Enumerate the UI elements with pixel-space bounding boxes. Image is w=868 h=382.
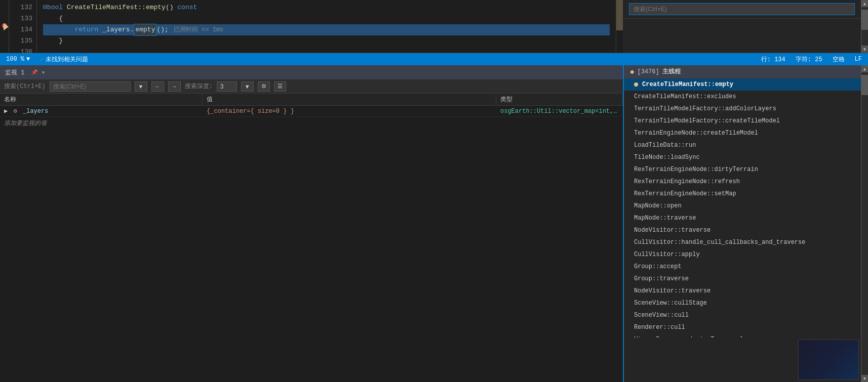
call-stack-frame-20[interactable]: Renderer::cull [624, 321, 861, 333]
scroll-thumb[interactable] [861, 10, 868, 30]
call-stack-frame-10[interactable]: MapNode::open [624, 200, 861, 212]
call-stack-frame-4[interactable]: TerrainEngineNode::createTileModel [624, 127, 861, 139]
code-line-133: { [43, 13, 610, 24]
bottom-scroll-track[interactable] [861, 72, 868, 375]
status-text: 未找到相关问题 [46, 55, 88, 64]
call-stack-frame-5[interactable]: LoadTileData::run [624, 139, 861, 151]
breakpoint-bar [0, 0, 9, 53]
zoom-dropdown-icon[interactable]: ▼ [26, 56, 30, 63]
frame-label-20: Renderer::cull [634, 324, 685, 331]
call-stack-frame-7[interactable]: RexTerrainEngineNode::dirtyTerrain [624, 163, 861, 176]
scroll-down-button[interactable]: ▼ [861, 46, 869, 53]
call-stack-panel [623, 0, 861, 53]
call-stack-list: CreateTileManifest::empty CreateTileMani… [624, 78, 861, 337]
call-stack-frame-3[interactable]: TerrainTileModelFactory::createTileModel [624, 115, 861, 127]
frame-label-14: CullVisitor::apply [634, 251, 700, 258]
watch-cell-type-0: osgEarth::Util::vector_map<int,i... [496, 107, 623, 116]
call-stack-frame-13[interactable]: CullVisitor::handle_cull_callbacks_and_t… [624, 236, 861, 248]
watch-icon-0: ⚙ [13, 108, 17, 115]
expand-icon-0[interactable]: ▶ [4, 108, 8, 115]
line-num-133: 133 [13, 13, 32, 24]
code-editor: ⊟bool CreateTileManifest::empty() const … [37, 0, 616, 53]
call-stack-frame-18[interactable]: SceneView::cullStage [624, 297, 861, 309]
bottom-section: 监视 1 📌 ✕ 搜索(Ctrl+E) ▼ ← → 搜索深度: ▼ ⚙ ☰ 名称 [0, 65, 868, 382]
status-bar: 100 % ▼ ✓ 未找到相关问题 行: 134 字符: 25 空格 LF [0, 53, 868, 65]
char-label: 字符: 25 [796, 55, 822, 64]
frame-label-19: SceneView::cull [634, 312, 689, 319]
watch-close-icon[interactable]: ✕ [42, 69, 45, 75]
watch-tab-header: 监视 1 📌 ✕ [0, 65, 623, 79]
frame-label-3: TerrainTileModelFactory::createTileModel [634, 117, 780, 124]
bottom-scroll-thumb[interactable] [861, 75, 868, 95]
bottom-scroll-up[interactable]: ▲ [861, 65, 869, 72]
call-stack-frame-2[interactable]: TerrainTileModelFactory::addColorLayers [624, 103, 861, 115]
space-label: 空格 [833, 55, 845, 64]
problem-status: ✓ 未找到相关问题 [40, 55, 88, 64]
watch-toolbar: 搜索(Ctrl+E) ▼ ← → 搜索深度: ▼ ⚙ ☰ [0, 79, 623, 94]
call-stack-frame-0[interactable]: CreateTileManifest::empty [624, 78, 861, 91]
frame-label-9: RexTerrainEngineNode::setMap [634, 190, 736, 197]
watch-search-input[interactable] [50, 81, 131, 92]
search-label: 搜索(Ctrl+E) [4, 82, 46, 91]
call-stack-frame-19[interactable]: SceneView::cull [624, 309, 861, 321]
thumb-content [799, 340, 858, 379]
call-stack-frame-1[interactable]: CreateTileManifest::excludes [624, 91, 861, 103]
call-stack-frame-14[interactable]: CullVisitor::apply [624, 248, 861, 261]
line-label: 行: 134 [761, 55, 785, 64]
call-stack-bottom-panel: ◆ [3476] 主线程 CreateTileManifest::empty C… [623, 65, 861, 382]
depth-label: 搜索深度: [185, 82, 213, 91]
space-info: 空格 [833, 55, 845, 64]
call-stack-frame-11[interactable]: MapNode::traverse [624, 212, 861, 224]
code-thumbnail [798, 339, 859, 380]
code-line-134: return _layers.empty(); 已用时间 <= 1ms [43, 24, 610, 35]
watch-columns-button[interactable]: ☰ [274, 81, 286, 92]
call-stack-search-input[interactable] [629, 3, 855, 15]
line-num-132: 132 [13, 2, 32, 13]
call-stack-frame-9[interactable]: RexTerrainEngineNode::setMap [624, 188, 861, 200]
call-stack-frame-12[interactable]: NodeVisitor::traverse [624, 224, 861, 236]
nav-back-button[interactable]: ← [151, 81, 164, 92]
frame-label-12: NodeVisitor::traverse [634, 227, 711, 234]
frame-label-6: TileNode::loadSync [634, 154, 700, 161]
watch-row-0[interactable]: ▶ ⚙ _layers {_container={ size=0 } } osg… [0, 106, 623, 117]
app-wrapper: 132 133 134 135 136 ⊟bool CreateTileMani… [0, 0, 868, 382]
call-stack-frame-17[interactable]: NodeVisitor::traverse [624, 285, 861, 297]
frame-label-11: MapNode::traverse [634, 215, 696, 222]
thread-id: [3476] [637, 68, 659, 75]
watch-tab-label[interactable]: 监视 1 [5, 68, 24, 77]
frame-label-15: Group::accept [634, 263, 682, 270]
frame-label-13: CullVisitor::handle_cull_callbacks_and_t… [634, 239, 805, 246]
bottom-vscrollbar[interactable]: ▲ ▼ [861, 65, 868, 382]
call-stack-frame-8[interactable]: RexTerrainEngineNode::refresh [624, 176, 861, 188]
depth-input[interactable] [217, 81, 237, 92]
call-stack-frame-6[interactable]: TileNode::loadSync [624, 151, 861, 163]
code-line-132: ⊟bool CreateTileManifest::empty() const [43, 2, 610, 13]
status-icon: ✓ [40, 56, 44, 63]
line-num-135: 135 [13, 35, 32, 47]
code-line-135: } [43, 35, 610, 47]
frame-label-5: LoadTileData::run [634, 142, 696, 149]
depth-dropdown-button[interactable]: ▼ [241, 81, 254, 92]
call-stack-frame-21[interactable]: ViewerBase::renderingTraversals [624, 333, 861, 337]
watch-cell-val-0: {_container={ size=0 } } [203, 107, 496, 116]
call-stack-frame-16[interactable]: Group::traverse [624, 273, 861, 285]
zoom-control[interactable]: 100 % ▼ [6, 56, 30, 63]
watch-add-item[interactable]: 添加要监视的项 [0, 117, 623, 130]
watch-cell-name-0: ▶ ⚙ _layers [0, 106, 203, 116]
execution-arrow [4, 23, 9, 30]
thread-icon: ◆ [630, 67, 634, 76]
scroll-track[interactable] [861, 7, 868, 46]
scroll-up-button[interactable]: ▲ [861, 0, 869, 7]
call-stack-frame-15[interactable]: Group::accept [624, 261, 861, 273]
code-line-136 [43, 47, 610, 53]
frame-label-18: SceneView::cullStage [634, 300, 707, 307]
frame-label-10: MapNode::open [634, 202, 682, 209]
bottom-scroll-down[interactable]: ▼ [861, 375, 869, 382]
mini-scrollbar[interactable] [616, 0, 623, 53]
nav-forward-button[interactable]: → [168, 81, 181, 92]
search-options-button[interactable]: ▼ [135, 81, 147, 92]
lf-info: LF [855, 56, 862, 63]
vertical-scrollbar[interactable]: ▲ ▼ [861, 0, 868, 53]
watch-pin-icon[interactable]: 📌 [31, 69, 37, 75]
watch-filter-button[interactable]: ⚙ [258, 81, 270, 92]
